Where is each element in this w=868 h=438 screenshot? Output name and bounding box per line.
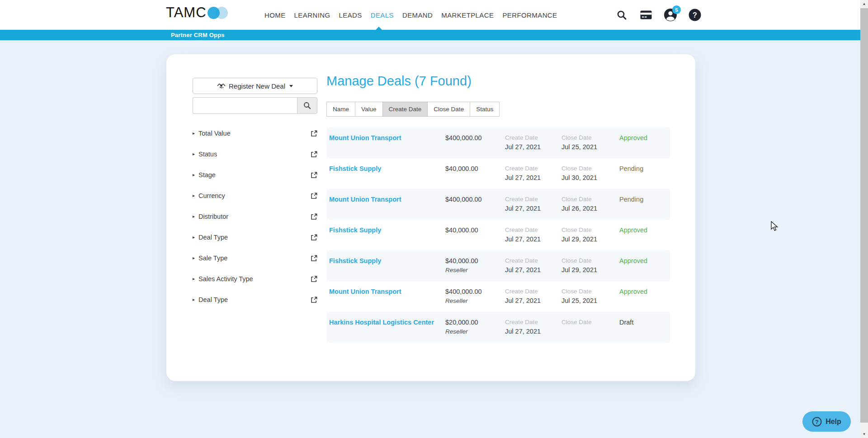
nav-item-home[interactable]: HOME: [264, 11, 286, 19]
filter-label: Sales Activity Type: [198, 275, 253, 283]
create-date-label: Create Date: [505, 226, 561, 235]
deal-name-link[interactable]: Harkins Hospital Logistics Center: [329, 319, 434, 326]
deal-name-link[interactable]: Mount Union Transport: [329, 134, 401, 141]
create-date-label: Create Date: [505, 133, 561, 142]
create-date-value: Jul 27, 2021: [505, 173, 561, 183]
deals-main: Manage Deals (7 Found) Name Value Create…: [326, 54, 682, 343]
external-link-icon[interactable]: [311, 130, 317, 137]
create-date-value: Jul 27, 2021: [505, 142, 561, 152]
help-icon[interactable]: ?: [688, 8, 702, 22]
nav-item-demand[interactable]: DEMAND: [402, 11, 433, 19]
expand-triangle-icon: ▸: [193, 256, 195, 260]
filter-currency[interactable]: ▸Currency: [193, 185, 317, 206]
filter-stage[interactable]: ▸Stage: [193, 165, 317, 185]
vertical-scrollbar[interactable]: ▲ ▼: [860, 0, 868, 438]
expand-triangle-icon: ▸: [193, 235, 195, 240]
page-title: Manage Deals (7 Found): [326, 74, 682, 89]
brand-circles-icon: [208, 6, 229, 19]
deal-value: $400,000.00: [445, 133, 505, 143]
create-date-label: Create Date: [505, 256, 561, 265]
external-link-icon[interactable]: [311, 297, 317, 303]
status-badge: Draft: [619, 318, 666, 327]
sort-tab-status[interactable]: Status: [470, 102, 500, 117]
subheader-bar: Partner CRM Opps: [0, 30, 868, 40]
deal-name-link[interactable]: Fishstick Supply: [329, 257, 381, 264]
filter-sale-type[interactable]: ▸Sale Type: [193, 248, 317, 268]
status-badge: Pending: [619, 195, 666, 204]
main-nav: HOME LEARNING LEADS DEALS DEMAND MARKETP…: [264, 0, 557, 30]
nav-item-learning[interactable]: LEARNING: [294, 11, 330, 19]
brand-text: TAMC: [166, 5, 207, 21]
filter-label: Sale Type: [198, 254, 227, 262]
deal-value: $40,000.00: [445, 226, 505, 235]
create-date-value: Jul 27, 2021: [505, 327, 561, 336]
create-date-label: Create Date: [505, 164, 561, 173]
deal-name-link[interactable]: Mount Union Transport: [329, 288, 401, 295]
deals-menu-caret-icon: [376, 27, 382, 30]
table-row: Mount Union Transport $400,000.00 Create…: [326, 127, 670, 158]
filter-label: Stage: [198, 171, 216, 179]
external-link-icon[interactable]: [311, 172, 317, 179]
close-date-value: Jul 25, 2021: [561, 142, 619, 152]
subheader-title[interactable]: Partner CRM Opps: [171, 32, 225, 38]
svg-text:?: ?: [693, 11, 697, 19]
external-link-icon[interactable]: [311, 276, 317, 283]
nav-item-deals[interactable]: DEALS: [371, 11, 394, 19]
filter-deal-type-2[interactable]: ▸Deal Type: [193, 289, 317, 310]
nav-item-leads[interactable]: LEADS: [339, 11, 362, 19]
account-user-icon[interactable]: 5: [664, 8, 677, 22]
deal-name-link[interactable]: Mount Union Transport: [329, 196, 401, 203]
filter-list: ▸Total Value ▸Status ▸Stage ▸Currency ▸D…: [193, 123, 317, 310]
deal-type: Reseller: [445, 327, 505, 336]
help-button[interactable]: ? Help: [802, 411, 851, 432]
filter-deal-type[interactable]: ▸Deal Type: [193, 227, 317, 248]
external-link-icon[interactable]: [311, 234, 317, 241]
create-date-label: Create Date: [505, 318, 561, 327]
search-button[interactable]: [297, 97, 317, 114]
expand-triangle-icon: ▸: [193, 193, 195, 198]
create-date-value: Jul 27, 2021: [505, 265, 561, 275]
billing-card-icon[interactable]: [639, 8, 653, 22]
help-label: Help: [826, 418, 841, 426]
deal-name-link[interactable]: Fishstick Supply: [329, 226, 381, 234]
status-badge: Approved: [619, 226, 666, 235]
sort-tab-name[interactable]: Name: [326, 102, 355, 117]
sort-tab-value[interactable]: Value: [355, 102, 383, 117]
external-link-icon[interactable]: [311, 255, 317, 262]
expand-triangle-icon: ▸: [193, 131, 195, 136]
close-date-value: Jul 30, 2021: [561, 173, 619, 183]
scroll-down-arrow-icon[interactable]: ▼: [860, 430, 868, 438]
search-icon[interactable]: [615, 8, 628, 22]
external-link-icon[interactable]: [311, 151, 317, 158]
search-input[interactable]: [193, 97, 297, 114]
filter-status[interactable]: ▸Status: [193, 144, 317, 165]
external-link-icon[interactable]: [311, 213, 317, 220]
deal-value: $40,000.00: [445, 256, 505, 266]
nav-item-performance[interactable]: PERFORMANCE: [502, 11, 557, 19]
external-link-icon[interactable]: [311, 193, 317, 199]
filter-total-value[interactable]: ▸Total Value: [193, 123, 317, 144]
table-row: Fishstick Supply $40,000.00 Create DateJ…: [326, 158, 670, 189]
filter-distributor[interactable]: ▸Distributor: [193, 206, 317, 227]
table-row: Mount Union Transport $400,000.00Reselle…: [326, 281, 670, 312]
sort-tab-close-date[interactable]: Close Date: [427, 102, 470, 117]
status-badge: Approved: [619, 287, 666, 297]
deal-type: Reseller: [445, 297, 505, 306]
expand-triangle-icon: ▸: [193, 277, 195, 281]
mouse-cursor: [771, 221, 781, 234]
expand-triangle-icon: ▸: [193, 152, 195, 156]
nav-item-marketplace[interactable]: MARKETPLACE: [441, 11, 494, 19]
table-row: Fishstick Supply $40,000.00 Create DateJ…: [326, 220, 670, 250]
scrollbar-thumb[interactable]: [860, 8, 868, 423]
filter-label: Status: [198, 151, 217, 158]
close-date-label: Close Date: [561, 256, 619, 265]
scroll-up-arrow-icon[interactable]: ▲: [860, 0, 868, 8]
register-new-deal-button[interactable]: Register New Deal: [193, 78, 317, 94]
close-date-value: Jul 26, 2021: [561, 204, 619, 213]
sort-tab-create-date[interactable]: Create Date: [382, 102, 428, 117]
deal-name-link[interactable]: Fishstick Supply: [329, 165, 381, 172]
filter-sales-activity-type[interactable]: ▸Sales Activity Type: [193, 268, 317, 289]
brand-logo[interactable]: TAMC: [166, 5, 229, 21]
close-date-label: Close Date: [561, 195, 619, 204]
filter-label: Currency: [198, 192, 225, 199]
